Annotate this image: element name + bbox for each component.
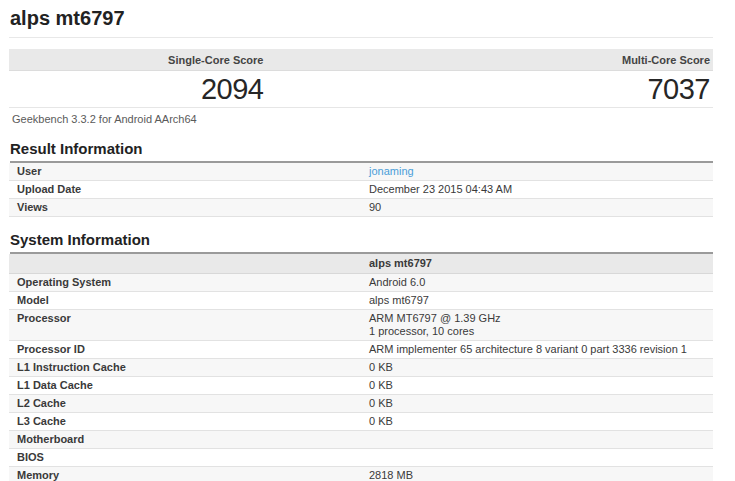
geekbench-result-page: alps mt6797 Single-Core Score Multi-Core… [0, 0, 735, 481]
row-value: 0 KB [361, 359, 713, 377]
table-row-upload-date: Upload Date December 23 2015 04:43 AM [9, 181, 713, 199]
system-table-header-empty-cell [9, 254, 361, 274]
row-value: ARM implementer 65 architecture 8 varian… [361, 341, 713, 359]
geekbench-version-text: Geekbench 3.3.2 for Android AArch64 [12, 113, 713, 126]
row-label: Processor ID [9, 341, 361, 359]
table-row-model: Model alps mt6797 [9, 292, 713, 310]
result-information-heading: Result Information [10, 141, 713, 163]
row-value: 0 KB [361, 395, 713, 413]
row-label: Processor [9, 310, 361, 341]
row-value [361, 449, 713, 467]
processor-name: ARM MT6797 @ 1.39 GHz [369, 312, 705, 325]
row-value: jonaming [361, 163, 713, 181]
row-label: L1 Instruction Cache [9, 359, 361, 377]
table-row-user: User jonaming [9, 163, 713, 181]
row-value: 2818 MB [361, 467, 713, 481]
result-information-table: User jonaming Upload Date December 23 20… [9, 163, 713, 217]
row-label: Upload Date [9, 181, 361, 199]
row-label: Memory [9, 467, 361, 481]
scores-values-row: 2094 7037 [9, 71, 713, 108]
table-row-motherboard: Motherboard [9, 431, 713, 449]
table-row-bios: BIOS [9, 449, 713, 467]
table-row-l3-cache: L3 Cache 0 KB [9, 413, 713, 431]
row-label: BIOS [9, 449, 361, 467]
title-divider [9, 37, 713, 38]
table-row-processor: Processor ARM MT6797 @ 1.39 GHz 1 proces… [9, 310, 713, 341]
row-label: User [9, 163, 361, 181]
table-row-memory: Memory 2818 MB [9, 467, 713, 481]
processor-core-count: 1 processor, 10 cores [369, 325, 705, 338]
system-information-heading: System Information [10, 232, 713, 254]
row-label: L2 Cache [9, 395, 361, 413]
row-value: 90 [361, 199, 713, 217]
page-title: alps mt6797 [10, 0, 713, 30]
row-value: December 23 2015 04:43 AM [361, 181, 713, 199]
row-value: 0 KB [361, 377, 713, 395]
row-label: L1 Data Cache [9, 377, 361, 395]
multi-core-score-value: 7037 [269, 72, 713, 106]
row-value: alps mt6797 [361, 292, 713, 310]
table-row-l1-data-cache: L1 Data Cache 0 KB [9, 377, 713, 395]
single-core-score-label: Single-Core Score [9, 54, 269, 66]
row-label: Model [9, 292, 361, 310]
table-row-l1-instruction-cache: L1 Instruction Cache 0 KB [9, 359, 713, 377]
row-value [361, 431, 713, 449]
row-label: L3 Cache [9, 413, 361, 431]
single-core-score-value: 2094 [9, 72, 269, 106]
table-row-views: Views 90 [9, 199, 713, 217]
row-label: Operating System [9, 274, 361, 292]
system-table-header-row: alps mt6797 [9, 254, 713, 274]
table-row-l2-cache: L2 Cache 0 KB [9, 395, 713, 413]
table-row-operating-system: Operating System Android 6.0 [9, 274, 713, 292]
multi-core-score-label: Multi-Core Score [269, 54, 713, 66]
system-information-table: alps mt6797 Operating System Android 6.0… [9, 254, 713, 481]
row-value: 0 KB [361, 413, 713, 431]
user-link[interactable]: jonaming [369, 165, 414, 177]
row-value: Android 6.0 [361, 274, 713, 292]
row-value: ARM MT6797 @ 1.39 GHz 1 processor, 10 co… [361, 310, 713, 341]
table-row-processor-id: Processor ID ARM implementer 65 architec… [9, 341, 713, 359]
scores-header-bar: Single-Core Score Multi-Core Score [9, 49, 713, 71]
row-label: Motherboard [9, 431, 361, 449]
row-label: Views [9, 199, 361, 217]
system-table-header-value: alps mt6797 [361, 254, 713, 274]
